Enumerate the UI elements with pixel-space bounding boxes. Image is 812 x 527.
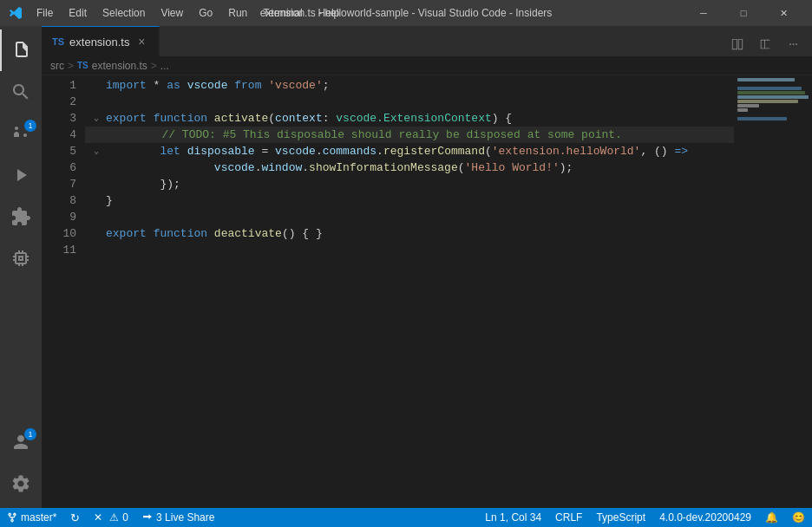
main-container: 1 1 bbox=[0, 26, 812, 508]
breadcrumb-sep2: > bbox=[151, 60, 157, 72]
minimap bbox=[734, 75, 812, 508]
minimap-content bbox=[734, 75, 812, 127]
window-title: extension.ts - helloworld-sample - Visua… bbox=[260, 7, 553, 19]
status-feedback[interactable]: 😊 bbox=[785, 508, 812, 527]
position-text: Ln 1, Col 34 bbox=[485, 511, 541, 524]
remote-icon bbox=[10, 248, 31, 269]
status-liveshare[interactable]: ⮕ 3 Live Share bbox=[135, 508, 221, 527]
code-line-10: export function deactivate() { } bbox=[85, 225, 734, 242]
status-position[interactable]: Ln 1, Col 34 bbox=[478, 508, 548, 527]
split-editor-button[interactable] bbox=[725, 32, 750, 56]
status-version[interactable]: 4.0.0-dev.20200429 bbox=[652, 508, 758, 527]
line-ending-text: CRLF bbox=[555, 511, 582, 524]
more-actions-button[interactable]: ··· bbox=[781, 32, 805, 56]
warning-icon: ⚠ bbox=[109, 511, 119, 524]
git-branch-text: master* bbox=[21, 511, 56, 524]
sidebar-item-settings[interactable] bbox=[0, 463, 42, 504]
sidebar-item-run[interactable] bbox=[0, 154, 42, 196]
line-num-6: 6 bbox=[42, 159, 76, 176]
menu-selection[interactable]: Selection bbox=[95, 5, 152, 21]
editor-area: TS extension.ts × ··· bbox=[42, 26, 812, 508]
breadcrumb-ts-icon: TS bbox=[77, 61, 88, 70]
status-line-ending[interactable]: CRLF bbox=[548, 508, 589, 527]
code-line-3: ⌄ export function activate(context: vsco… bbox=[85, 110, 734, 127]
menu-go[interactable]: Go bbox=[192, 5, 219, 21]
menu-view[interactable]: View bbox=[154, 5, 190, 21]
line-num-2: 2 bbox=[42, 94, 76, 110]
sidebar-item-scm[interactable]: 1 bbox=[0, 113, 42, 154]
code-line-11 bbox=[85, 242, 734, 258]
extensions-icon bbox=[10, 206, 31, 227]
sidebar-item-extensions[interactable] bbox=[0, 196, 42, 237]
minimap-line-5 bbox=[737, 95, 809, 99]
vscode-icon bbox=[9, 6, 23, 20]
status-git-branch[interactable]: master* bbox=[0, 508, 63, 527]
feedback-icon: 😊 bbox=[792, 511, 805, 524]
menu-edit[interactable]: Edit bbox=[62, 5, 94, 21]
explorer-icon bbox=[11, 40, 32, 61]
code-line-6: vscode.window.showInformationMessage('He… bbox=[85, 159, 734, 176]
sidebar-item-search[interactable] bbox=[0, 71, 42, 113]
status-sync[interactable]: ↻ bbox=[63, 508, 87, 527]
code-line-5: ⌄ let disposable = vscode.commands.regis… bbox=[85, 143, 734, 159]
fold-3[interactable]: ⌄ bbox=[94, 110, 106, 127]
code-line-1: import * as vscode from 'vscode'; bbox=[85, 77, 734, 94]
status-notifications[interactable]: 🔔 bbox=[758, 508, 785, 527]
toggle-sidebar-button[interactable] bbox=[753, 32, 777, 56]
breadcrumb-src: src bbox=[50, 60, 64, 72]
activity-bar: 1 1 bbox=[0, 26, 42, 508]
line-numbers: 1 2 3 4 5 6 7 8 9 10 11 bbox=[42, 75, 85, 508]
menu-run[interactable]: Run bbox=[221, 5, 254, 21]
status-right: Ln 1, Col 34 CRLF TypeScript 4.0.0-dev.2… bbox=[478, 508, 812, 527]
menu-file[interactable]: File bbox=[29, 5, 60, 21]
active-tab[interactable]: TS extension.ts × bbox=[42, 26, 160, 56]
liveshare-icon: ⮕ bbox=[142, 511, 153, 524]
minimap-line-3 bbox=[737, 87, 802, 90]
run-icon bbox=[10, 165, 31, 185]
line-num-11: 11 bbox=[42, 242, 76, 258]
minimap-line-10 bbox=[737, 117, 787, 120]
ts-file-icon: TS bbox=[52, 36, 64, 47]
code-line-4: // TODO: #5 This disposable should reall… bbox=[85, 127, 734, 143]
kw-import: import bbox=[106, 77, 147, 94]
minimap-line-6 bbox=[737, 100, 798, 103]
language-text: TypeScript bbox=[596, 511, 645, 524]
line-num-1: 1 bbox=[42, 77, 76, 94]
toggle-sidebar-icon bbox=[759, 38, 771, 50]
status-bar: master* ↻ ✕ ⚠ 0 ⮕ 3 Live Share Ln 1, Col… bbox=[0, 508, 812, 527]
minimize-button[interactable]: ─ bbox=[684, 0, 724, 26]
maximize-button[interactable]: □ bbox=[724, 0, 763, 26]
sidebar-item-explorer[interactable] bbox=[0, 29, 42, 71]
activity-bar-top: 1 bbox=[0, 29, 42, 421]
tabs-bar: TS extension.ts × ··· bbox=[42, 26, 812, 56]
breadcrumb-more[interactable]: ... bbox=[160, 60, 169, 72]
line-num-9: 9 bbox=[42, 209, 76, 225]
fold-5[interactable]: ⌄ bbox=[94, 143, 106, 159]
liveshare-text: 3 Live Share bbox=[156, 511, 214, 524]
minimap-line-4 bbox=[737, 91, 805, 94]
window-controls: ─ □ ✕ bbox=[684, 0, 803, 26]
breadcrumb: src > TS extension.ts > ... bbox=[42, 56, 812, 75]
version-text: 4.0.0-dev.20200429 bbox=[659, 511, 751, 524]
sidebar-item-account[interactable]: 1 bbox=[0, 421, 42, 463]
settings-icon bbox=[10, 473, 31, 494]
line-num-4: 4 bbox=[42, 127, 76, 143]
minimap-line-1 bbox=[737, 78, 795, 81]
minimap-line-8 bbox=[737, 108, 748, 112]
close-button[interactable]: ✕ bbox=[763, 0, 803, 26]
code-content[interactable]: import * as vscode from 'vscode'; ⌄ expo… bbox=[85, 75, 734, 508]
status-errors[interactable]: ✕ ⚠ 0 bbox=[87, 508, 135, 527]
breadcrumb-sep1: > bbox=[68, 60, 74, 72]
code-editor: 1 2 3 4 5 6 7 8 9 10 11 import * as vsco… bbox=[42, 75, 812, 508]
sidebar-item-remote[interactable] bbox=[0, 237, 42, 279]
code-line-2 bbox=[85, 94, 734, 110]
breadcrumb-file: extension.ts bbox=[92, 60, 147, 72]
status-language[interactable]: TypeScript bbox=[589, 508, 652, 527]
tab-close-button[interactable]: × bbox=[134, 35, 148, 49]
title-bar: File Edit Selection View Go Run Terminal… bbox=[0, 0, 812, 26]
line-num-3: 3 bbox=[42, 110, 76, 127]
search-icon bbox=[10, 81, 31, 102]
tab-label: extension.ts bbox=[69, 36, 129, 49]
line-num-10: 10 bbox=[42, 225, 76, 242]
split-editor-icon bbox=[731, 38, 743, 50]
